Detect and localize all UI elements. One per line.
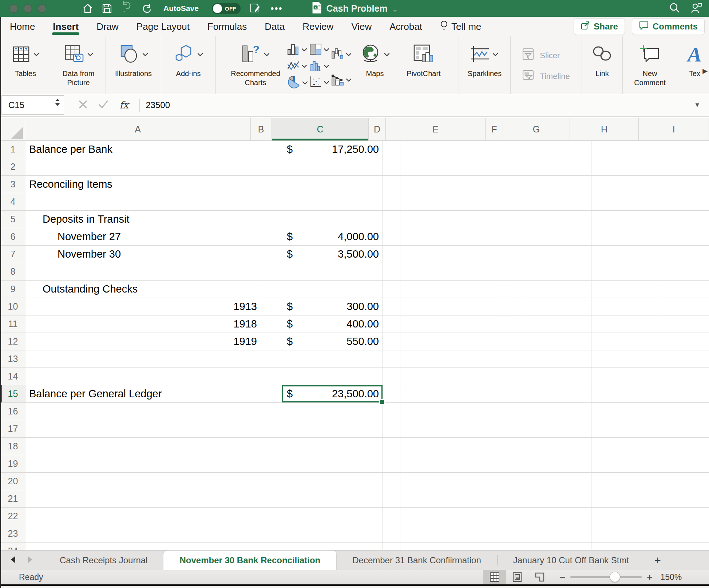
cell-C17[interactable] (282, 420, 383, 438)
cell-H20[interactable] (591, 473, 663, 490)
row-header-21[interactable]: 21 (0, 490, 26, 508)
cell-D5[interactable] (383, 211, 400, 228)
cell-G14[interactable] (522, 368, 591, 385)
sheet-tab-december-31-bank-confiirmation[interactable]: December 31 Bank Confiirmation (336, 551, 497, 570)
cell-A8[interactable] (26, 263, 260, 281)
cell-E13[interactable] (400, 350, 504, 368)
formula-bar-expand-icon[interactable]: ▼ (694, 102, 700, 109)
cell-D11[interactable] (383, 315, 400, 333)
cell-D22[interactable] (383, 508, 400, 525)
cell-D14[interactable] (383, 368, 400, 385)
scatter-chart-button[interactable] (309, 76, 329, 90)
cell-G7[interactable] (522, 246, 591, 263)
cell-C20[interactable] (282, 473, 383, 490)
row-header-1[interactable]: 1 (0, 141, 26, 158)
row-header-7[interactable]: 7 (0, 246, 26, 263)
cell-H11[interactable] (591, 315, 663, 333)
cell-C4[interactable] (282, 193, 383, 211)
cell-G9[interactable] (522, 281, 591, 298)
cell-A14[interactable] (26, 368, 260, 385)
cell-E7[interactable] (400, 246, 504, 263)
dropdown-chevron-icon[interactable] (33, 53, 39, 56)
row-header-9[interactable]: 9 (0, 281, 26, 298)
ribbon-overflow-arrow-icon[interactable]: ▶ (702, 67, 708, 75)
cell-F19[interactable] (504, 455, 522, 473)
page-layout-view-button[interactable] (506, 570, 528, 584)
row-header-10[interactable]: 10 (0, 298, 26, 315)
cell-A13[interactable] (26, 350, 260, 368)
cell-G10[interactable] (522, 298, 591, 315)
cell-H3[interactable] (591, 176, 663, 193)
cell-I16[interactable] (663, 403, 709, 420)
cell-B23[interactable] (260, 525, 282, 543)
cell-E9[interactable] (400, 281, 504, 298)
cell-G4[interactable] (522, 193, 591, 211)
cell-C11[interactable]: $400.00 (282, 315, 383, 333)
cell-D7[interactable] (383, 246, 400, 263)
cell-D10[interactable] (383, 298, 400, 315)
cell-I14[interactable] (663, 368, 709, 385)
cell-F12[interactable] (504, 333, 522, 350)
cell-D1[interactable] (383, 141, 400, 158)
minimize-window-button[interactable] (24, 4, 32, 13)
cell-I24[interactable] (663, 543, 709, 550)
ribbon-tab-formulas[interactable]: Formulas (207, 21, 247, 32)
cell-H19[interactable] (591, 455, 663, 473)
cell-E19[interactable] (400, 455, 504, 473)
timeline-button[interactable]: Timeline (522, 70, 570, 83)
row-header-17[interactable]: 17 (0, 420, 26, 438)
row-header-11[interactable]: 11 (0, 315, 26, 333)
cell-D12[interactable] (383, 333, 400, 350)
cell-A2[interactable] (26, 158, 260, 176)
cell-A24[interactable] (26, 543, 260, 550)
cell-H2[interactable] (591, 158, 663, 176)
cell-E5[interactable] (400, 211, 504, 228)
close-window-button[interactable] (9, 4, 18, 13)
cell-C22[interactable] (282, 508, 383, 525)
cell-A4[interactable] (26, 193, 260, 211)
cell-G21[interactable] (522, 490, 591, 508)
cell-C23[interactable] (282, 525, 383, 543)
zoom-slider[interactable] (570, 576, 642, 578)
cell-E4[interactable] (400, 193, 504, 211)
cell-B18[interactable] (260, 438, 282, 455)
cell-E2[interactable] (400, 158, 504, 176)
row-header-12[interactable]: 12 (0, 333, 26, 350)
cell-E20[interactable] (400, 473, 504, 490)
cell-D3[interactable] (383, 176, 400, 193)
cell-G18[interactable] (522, 438, 591, 455)
new-comment-button[interactable]: New Comment (630, 40, 670, 87)
select-all-corner[interactable] (0, 118, 25, 141)
search-icon[interactable] (669, 2, 680, 15)
ribbon-tab-home[interactable]: Home (10, 21, 35, 32)
cell-H10[interactable] (591, 298, 663, 315)
cell-B5[interactable] (260, 211, 282, 228)
tables-button[interactable]: Tables (12, 40, 39, 78)
cell-B12[interactable] (260, 333, 282, 350)
cell-D19[interactable] (383, 455, 400, 473)
ribbon-tab-page-layout[interactable]: Page Layout (136, 21, 190, 32)
cell-D24[interactable] (383, 543, 400, 550)
text-button[interactable]: A Tex (688, 40, 702, 78)
cell-D18[interactable] (383, 438, 400, 455)
undo-icon[interactable]: ⌄ (121, 0, 132, 17)
cell-E16[interactable] (400, 403, 504, 420)
data-from-picture-button[interactable]: Data from Picture (57, 40, 100, 87)
dropdown-chevron-icon[interactable] (301, 48, 307, 52)
cell-I3[interactable] (663, 176, 709, 193)
cell-A12[interactable]: 1919 (26, 333, 260, 350)
zoom-slider-thumb[interactable] (610, 572, 620, 582)
column-header-F[interactable]: F (486, 118, 503, 141)
cell-G22[interactable] (522, 508, 591, 525)
cell-B1[interactable] (260, 141, 282, 158)
cell-B2[interactable] (260, 158, 282, 176)
recommended-charts-button[interactable]: ? Recommended Charts (225, 40, 286, 87)
cell-I10[interactable] (663, 298, 709, 315)
ribbon-tab-data[interactable]: Data (265, 21, 285, 32)
cell-F16[interactable] (504, 403, 522, 420)
cell-D21[interactable] (383, 490, 400, 508)
cell-B7[interactable] (260, 246, 282, 263)
dropdown-chevron-icon[interactable] (87, 53, 93, 56)
cell-G20[interactable] (522, 473, 591, 490)
cell-A18[interactable] (26, 438, 260, 455)
